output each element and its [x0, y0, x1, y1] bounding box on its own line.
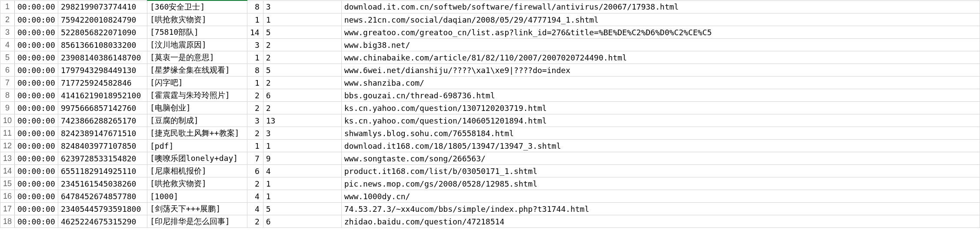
cell-val1[interactable]: 2: [247, 177, 263, 190]
cell-query[interactable]: [360安全卫士]: [147, 0, 247, 13]
cell-val2[interactable]: 2: [263, 77, 341, 89]
cell-url[interactable]: www.greatoo.com/greatoo_cn/list.asp?link…: [341, 26, 980, 39]
cell-url[interactable]: www.big38.net/: [341, 39, 980, 51]
table-row[interactable]: 1300:00:006239728533154820[噢嘹乐团lonely+da…: [0, 152, 980, 165]
cell-url[interactable]: news.21cn.com/social/daqian/2008/05/29/4…: [341, 13, 980, 26]
row-number[interactable]: 16: [0, 190, 15, 203]
cell-val2[interactable]: 5: [263, 64, 341, 77]
cell-query[interactable]: [哄抢救灾物资]: [147, 177, 247, 190]
cell-time[interactable]: 00:00:00: [15, 140, 58, 152]
cell-time[interactable]: 00:00:00: [15, 102, 58, 114]
cell-id[interactable]: 23405445793591800: [58, 203, 147, 215]
row-number[interactable]: 13: [0, 152, 15, 165]
table-row[interactable]: 200:00:007594220010824790[哄抢救灾物资]11news.…: [0, 13, 980, 26]
cell-id[interactable]: 4625224675315290: [58, 215, 147, 228]
cell-id[interactable]: 8242389147671510: [58, 127, 147, 140]
cell-query[interactable]: [捷克民歌土风舞++教案]: [147, 127, 247, 140]
cell-val2[interactable]: 2: [263, 51, 341, 64]
cell-url[interactable]: bbs.gouzai.cn/thread-698736.html: [341, 89, 980, 102]
cell-query[interactable]: [印尼排华是怎么回事]: [147, 215, 247, 228]
cell-val1[interactable]: 1: [247, 51, 263, 64]
row-number[interactable]: 1: [0, 0, 15, 13]
cell-query[interactable]: [75810部队]: [147, 26, 247, 39]
cell-url[interactable]: 74.53.27.3/~xx4ucom/bbs/simple/index.php…: [341, 203, 980, 215]
cell-id[interactable]: 6478452674857780: [58, 190, 147, 203]
cell-id[interactable]: 717725924582846: [58, 77, 147, 89]
cell-val2[interactable]: 3: [263, 0, 341, 13]
row-number[interactable]: 7: [0, 77, 15, 89]
row-number[interactable]: 5: [0, 51, 15, 64]
table-row[interactable]: 1800:00:004625224675315290[印尼排华是怎么回事]26z…: [0, 215, 980, 228]
cell-time[interactable]: 00:00:00: [15, 165, 58, 177]
cell-val1[interactable]: 6: [247, 165, 263, 177]
cell-time[interactable]: 00:00:00: [15, 64, 58, 77]
cell-val2[interactable]: 5: [263, 26, 341, 39]
cell-url[interactable]: pic.news.mop.com/gs/2008/0528/12985.shtm…: [341, 177, 980, 190]
row-number[interactable]: 8: [0, 89, 15, 102]
table-row[interactable]: 400:00:008561366108033200[汶川地震原因]32www.b…: [0, 39, 980, 51]
cell-query[interactable]: [闪字吧]: [147, 77, 247, 89]
cell-val1[interactable]: 2: [247, 215, 263, 228]
row-number[interactable]: 6: [0, 64, 15, 77]
cell-val2[interactable]: 5: [263, 203, 341, 215]
cell-url[interactable]: shwamlys.blog.sohu.com/76558184.html: [341, 127, 980, 140]
cell-time[interactable]: 00:00:00: [15, 26, 58, 39]
cell-query[interactable]: [汶川地震原因]: [147, 39, 247, 51]
cell-query[interactable]: [莫衷一是的意思]: [147, 51, 247, 64]
row-number[interactable]: 3: [0, 26, 15, 39]
cell-val2[interactable]: 13: [263, 114, 341, 127]
table-row[interactable]: 1400:00:006551182914925110[尼康相机报价]64prod…: [0, 165, 980, 177]
cell-time[interactable]: 00:00:00: [15, 152, 58, 165]
cell-val2[interactable]: 4: [263, 165, 341, 177]
cell-val1[interactable]: 1: [247, 77, 263, 89]
row-number[interactable]: 15: [0, 177, 15, 190]
table-row[interactable]: 1700:00:0023405445793591800[剑荡天下+++展鹏]45…: [0, 203, 980, 215]
cell-val1[interactable]: 1: [247, 13, 263, 26]
cell-val1[interactable]: 3: [247, 114, 263, 127]
cell-query[interactable]: [电脑创业]: [147, 102, 247, 114]
table-row[interactable]: 1000:00:007423866288265170[豆腐的制成]313ks.c…: [0, 114, 980, 127]
cell-query[interactable]: [噢嘹乐团lonely+day]: [147, 152, 247, 165]
cell-url[interactable]: zhidao.baidu.com/question/47218514: [341, 215, 980, 228]
cell-time[interactable]: 00:00:00: [15, 114, 58, 127]
cell-val2[interactable]: 1: [263, 13, 341, 26]
cell-val2[interactable]: 2: [263, 102, 341, 114]
cell-id[interactable]: 5228056822071090: [58, 26, 147, 39]
cell-val1[interactable]: 4: [247, 190, 263, 203]
row-number[interactable]: 10: [0, 114, 15, 127]
cell-val2[interactable]: 1: [263, 140, 341, 152]
cell-val2[interactable]: 2: [263, 39, 341, 51]
cell-id[interactable]: 2345161545038260: [58, 177, 147, 190]
table-row[interactable]: 300:00:005228056822071090[75810部队]145www…: [0, 26, 980, 39]
cell-time[interactable]: 00:00:00: [15, 77, 58, 89]
cell-val1[interactable]: 14: [247, 26, 263, 39]
cell-id[interactable]: 8248403977107850: [58, 140, 147, 152]
row-number[interactable]: 4: [0, 39, 15, 51]
table-row[interactable]: 100:00:002982199073774410[360安全卫士]83down…: [0, 0, 980, 13]
cell-time[interactable]: 00:00:00: [15, 51, 58, 64]
cell-val1[interactable]: 2: [247, 102, 263, 114]
cell-val1[interactable]: 2: [247, 127, 263, 140]
cell-query[interactable]: [星梦缘全集在线观看]: [147, 64, 247, 77]
cell-url[interactable]: ks.cn.yahoo.com/question/1406051201894.h…: [341, 114, 980, 127]
row-number[interactable]: 14: [0, 165, 15, 177]
cell-time[interactable]: 00:00:00: [15, 39, 58, 51]
cell-val2[interactable]: 1: [263, 190, 341, 203]
cell-val1[interactable]: 3: [247, 39, 263, 51]
table-row[interactable]: 500:00:0023908140386148700[莫衷一是的意思]12www…: [0, 51, 980, 64]
cell-id[interactable]: 41416219018952100: [58, 89, 147, 102]
cell-time[interactable]: 00:00:00: [15, 13, 58, 26]
cell-query[interactable]: [剑荡天下+++展鹏]: [147, 203, 247, 215]
cell-query[interactable]: [哄抢救灾物资]: [147, 13, 247, 26]
cell-time[interactable]: 00:00:00: [15, 89, 58, 102]
cell-val1[interactable]: 2: [247, 89, 263, 102]
cell-id[interactable]: 7594220010824790: [58, 13, 147, 26]
cell-url[interactable]: www.chinabaike.com/article/81/82/110/200…: [341, 51, 980, 64]
cell-val1[interactable]: 8: [247, 64, 263, 77]
cell-url[interactable]: www.1000dy.cn/: [341, 190, 980, 203]
cell-url[interactable]: download.it.com.cn/softweb/software/fire…: [341, 0, 980, 13]
table-row[interactable]: 700:00:00717725924582846[闪字吧]12www.shanz…: [0, 77, 980, 89]
cell-id[interactable]: 23908140386148700: [58, 51, 147, 64]
cell-time[interactable]: 00:00:00: [15, 203, 58, 215]
cell-url[interactable]: www.6wei.net/dianshiju/????\xa1\xe9|????…: [341, 64, 980, 77]
